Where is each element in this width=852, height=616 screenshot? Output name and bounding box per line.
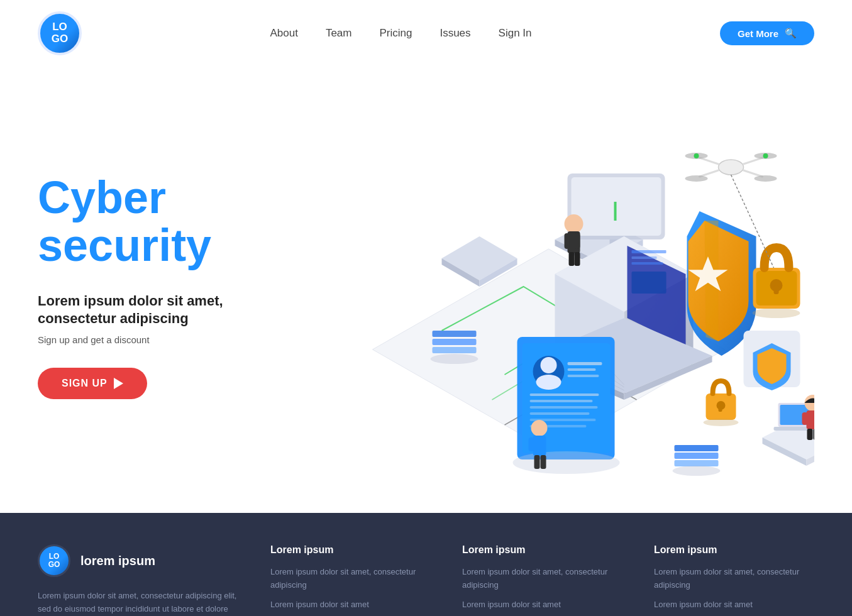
hero-section: Cyber security Lorem ipsum dolor sit ame… — [0, 67, 852, 513]
svg-rect-33 — [632, 272, 667, 294]
logo[interactable]: LOGO — [38, 11, 82, 55]
svg-rect-7 — [433, 331, 477, 337]
hero-text: Cyber security Lorem ipsum dolor sit ame… — [38, 174, 264, 399]
svg-point-50 — [763, 153, 768, 158]
svg-rect-85 — [719, 405, 722, 412]
svg-point-66 — [513, 451, 620, 474]
logo-circle: LOGO — [38, 11, 82, 55]
nav-signin[interactable]: Sign In — [499, 27, 532, 40]
svg-rect-96 — [802, 412, 808, 425]
svg-point-73 — [531, 420, 548, 436]
footer-col1-p2: Lorem ipsum dolor sit amet — [270, 598, 431, 612]
footer-col2-p2: Lorem ipsum dolor sit amet — [462, 598, 622, 612]
main-nav: About Team Pricing Issues Sign In — [270, 27, 531, 40]
svg-rect-62 — [530, 406, 598, 409]
svg-rect-32 — [632, 262, 663, 265]
header-actions: Get More 🔍 — [720, 21, 814, 45]
footer-col2-p1: Lorem ipsum dolor sit amet, consectetur … — [462, 566, 622, 592]
get-more-button[interactable]: Get More 🔍 — [720, 21, 814, 45]
footer-col2-title: Lorem ipsum — [462, 544, 622, 556]
hero-title: Cyber security — [38, 174, 264, 269]
svg-rect-60 — [530, 393, 599, 396]
svg-rect-98 — [807, 429, 813, 440]
svg-point-47 — [685, 175, 708, 182]
svg-line-43 — [700, 170, 719, 177]
svg-rect-63 — [530, 412, 590, 415]
nav-pricing[interactable]: Pricing — [379, 27, 412, 40]
svg-rect-76 — [540, 437, 546, 451]
svg-point-86 — [704, 419, 739, 426]
search-icon: 🔍 — [785, 28, 797, 39]
svg-rect-69 — [565, 233, 570, 249]
footer-col1-title: Lorem ipsum — [270, 544, 431, 556]
svg-rect-70 — [575, 233, 580, 249]
footer-col3-p2: Lorem ipsum dolor sit amet — [654, 598, 814, 612]
svg-rect-71 — [569, 252, 575, 266]
svg-rect-81 — [675, 460, 719, 466]
footer-col-1: Lorem ipsum Lorem ipsum dolor sit amet, … — [270, 544, 431, 616]
svg-rect-58 — [568, 368, 596, 371]
svg-line-42 — [744, 158, 763, 164]
header: LOGO About Team Pricing Issues Sign In G… — [0, 0, 852, 67]
svg-rect-31 — [632, 256, 657, 259]
svg-rect-77 — [534, 455, 540, 469]
play-icon — [114, 378, 123, 389]
svg-rect-75 — [529, 437, 534, 451]
footer-col-2: Lorem ipsum Lorem ipsum dolor sit amet, … — [462, 544, 622, 616]
svg-rect-61 — [530, 400, 593, 402]
svg-rect-99 — [814, 429, 815, 440]
svg-point-56 — [536, 375, 562, 390]
cyber-security-illustration — [283, 85, 814, 488]
svg-rect-38 — [774, 285, 779, 294]
footer-brand-name: lorem ipsum — [80, 554, 155, 568]
hero-illustration — [283, 85, 814, 488]
footer-col3-title: Lorem ipsum — [654, 544, 814, 556]
svg-point-67 — [565, 214, 584, 233]
footer-grid: LOGO lorem ipsum Lorem ipsum dolor sit a… — [38, 544, 814, 616]
svg-rect-72 — [575, 252, 580, 266]
svg-rect-59 — [568, 375, 599, 377]
signup-button[interactable]: SIGN UP — [38, 368, 147, 399]
footer-logo-icon: LOGO — [38, 544, 70, 577]
hero-desc: Sign up and get a discount — [38, 334, 264, 345]
footer-brand-desc: Lorem ipsum dolor sit amet, consectetur … — [38, 590, 239, 616]
svg-point-10 — [431, 354, 479, 364]
svg-rect-57 — [568, 362, 602, 365]
svg-rect-8 — [433, 339, 477, 345]
nav-about[interactable]: About — [270, 27, 297, 40]
svg-rect-78 — [541, 455, 546, 469]
footer-col3-p1: Lorem ipsum dolor sit amet, consectetur … — [654, 566, 814, 592]
svg-rect-80 — [675, 453, 719, 459]
svg-rect-9 — [433, 347, 477, 353]
svg-point-82 — [673, 466, 721, 476]
svg-point-48 — [755, 175, 777, 182]
footer-logo-row: LOGO lorem ipsum — [38, 544, 239, 577]
svg-rect-30 — [632, 250, 667, 253]
footer-col-3: Lorem ipsum Lorem ipsum dolor sit amet, … — [654, 544, 814, 616]
nav-team[interactable]: Team — [326, 27, 352, 40]
nav-issues[interactable]: Issues — [440, 27, 470, 40]
svg-line-41 — [700, 158, 719, 164]
hero-subtitle: Lorem ipsum dolor sit amet, consectetur … — [38, 292, 264, 328]
footer-col1-p1: Lorem ipsum dolor sit amet, consectetur … — [270, 566, 431, 592]
svg-line-44 — [744, 170, 763, 177]
svg-point-39 — [753, 308, 800, 318]
svg-rect-79 — [675, 445, 719, 451]
footer-brand-col: LOGO lorem ipsum Lorem ipsum dolor sit a… — [38, 544, 239, 616]
svg-point-55 — [541, 357, 557, 373]
svg-point-49 — [694, 153, 699, 158]
svg-point-40 — [719, 160, 744, 175]
footer: LOGO lorem ipsum Lorem ipsum dolor sit a… — [0, 513, 852, 616]
svg-rect-18 — [614, 202, 617, 221]
